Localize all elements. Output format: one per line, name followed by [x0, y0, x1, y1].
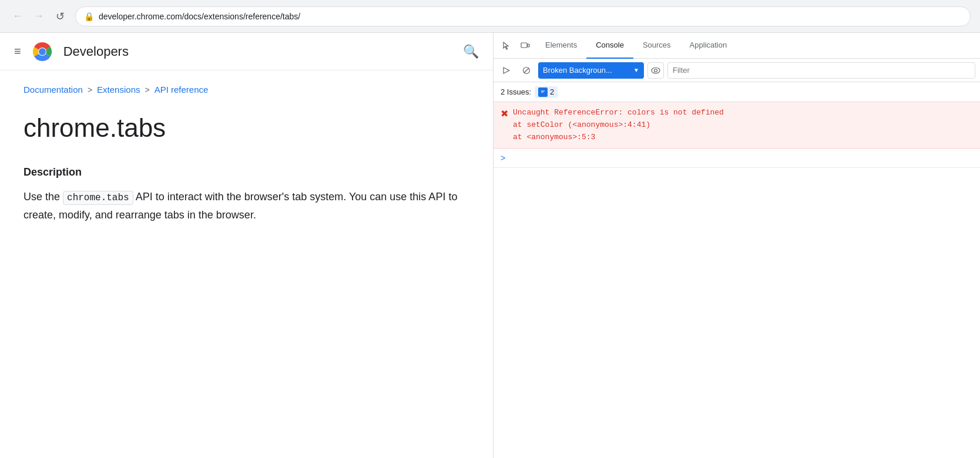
live-expression-button[interactable]	[647, 62, 664, 79]
reload-button[interactable]: ↺	[52, 8, 68, 25]
issues-label: 2 Issues:	[501, 87, 531, 96]
device-icon	[521, 41, 530, 50]
site-name: Developers	[63, 44, 129, 59]
devtools-tabs: Elements Console Sources Application	[536, 33, 975, 59]
breadcrumb: Documentation > Extensions > API referen…	[24, 85, 469, 95]
clear-console-button[interactable]	[498, 62, 515, 79]
prompt-arrow-icon: >	[501, 153, 505, 163]
error-line-1: Uncaught ReferenceError: colors is not d…	[513, 107, 724, 119]
page-content: Documentation > Extensions > API referen…	[0, 70, 493, 238]
error-message: Uncaught ReferenceError: colors is not d…	[513, 107, 724, 143]
context-selector[interactable]: Broken Backgroun... ▼	[538, 62, 644, 79]
description-heading: Description	[24, 166, 469, 179]
devtools-panel: Elements Console Sources Application Bro…	[494, 33, 980, 458]
lock-icon: 🔒	[84, 12, 94, 21]
issues-count: 2	[550, 87, 554, 96]
error-line-3: at <anonymous>:5:3	[513, 132, 724, 144]
breadcrumb-sep-2: >	[145, 85, 149, 95]
description-paragraph: Use the chrome.tabs API to interact with…	[24, 188, 469, 224]
play-icon	[502, 66, 511, 75]
description-text-before: Use the	[24, 191, 63, 203]
devtools-second-row: Broken Backgroun... ▼	[494, 59, 980, 82]
dropdown-arrow-icon: ▼	[633, 67, 639, 73]
issue-count-icon	[538, 87, 548, 97]
context-label: Broken Backgroun...	[543, 66, 612, 75]
hamburger-icon[interactable]: ≡	[14, 45, 21, 58]
tab-elements[interactable]: Elements	[536, 33, 586, 59]
tab-console[interactable]: Console	[586, 33, 633, 59]
svg-point-8	[652, 68, 660, 73]
breadcrumb-sep-1: >	[88, 85, 92, 95]
svg-marker-5	[504, 68, 509, 73]
page-header: ≡ Developers 🔍	[0, 33, 493, 70]
page-title: chrome.tabs	[24, 113, 469, 143]
console-prompt-row: >	[494, 149, 980, 168]
error-icon: ✖	[501, 108, 508, 119]
block-icon	[522, 66, 531, 75]
error-line-2: at setColor (<anonymous>:4:41)	[513, 119, 724, 132]
back-button[interactable]: ←	[9, 8, 26, 25]
browser-toolbar: ← → ↺ 🔒 developer.chrome.com/docs/extens…	[0, 0, 980, 33]
issues-badge[interactable]: 2	[535, 86, 558, 98]
breadcrumb-documentation[interactable]: Documentation	[24, 85, 83, 95]
address-bar[interactable]: 🔒 developer.chrome.com/docs/extensions/r…	[75, 6, 971, 26]
chat-icon	[539, 89, 546, 96]
svg-line-7	[524, 68, 529, 73]
address-text: developer.chrome.com/docs/extensions/ref…	[99, 12, 300, 21]
search-icon[interactable]: 🔍	[463, 44, 479, 59]
devtools-toolbar: Elements Console Sources Application	[494, 33, 980, 59]
inspect-element-button[interactable]	[498, 38, 515, 54]
webpage: ≡ Developers 🔍	[0, 33, 494, 458]
chrome-logo-icon	[31, 40, 54, 63]
svg-point-9	[655, 69, 657, 72]
block-icon-button[interactable]	[518, 62, 535, 79]
svg-rect-4	[528, 44, 529, 47]
main-area: ≡ Developers 🔍	[0, 33, 980, 458]
console-error-row: ✖ Uncaught ReferenceError: colors is not…	[494, 102, 980, 149]
cursor-icon	[502, 41, 511, 50]
eye-icon	[651, 67, 660, 74]
breadcrumb-api-reference[interactable]: API reference	[155, 85, 209, 95]
nav-buttons: ← → ↺	[9, 8, 68, 25]
issues-bar: 2 Issues: 2	[494, 82, 980, 102]
svg-point-2	[39, 48, 46, 55]
filter-input[interactable]	[667, 62, 975, 79]
console-output: ✖ Uncaught ReferenceError: colors is not…	[494, 102, 980, 458]
tab-application[interactable]: Application	[680, 33, 737, 59]
svg-rect-10	[540, 89, 546, 94]
breadcrumb-extensions[interactable]: Extensions	[97, 85, 140, 95]
svg-marker-11	[541, 94, 542, 95]
tab-sources[interactable]: Sources	[633, 33, 680, 59]
svg-rect-3	[521, 43, 527, 48]
code-chrome-tabs: chrome.tabs	[63, 191, 133, 205]
device-toolbar-button[interactable]	[517, 38, 533, 54]
forward-button[interactable]: →	[31, 8, 47, 25]
